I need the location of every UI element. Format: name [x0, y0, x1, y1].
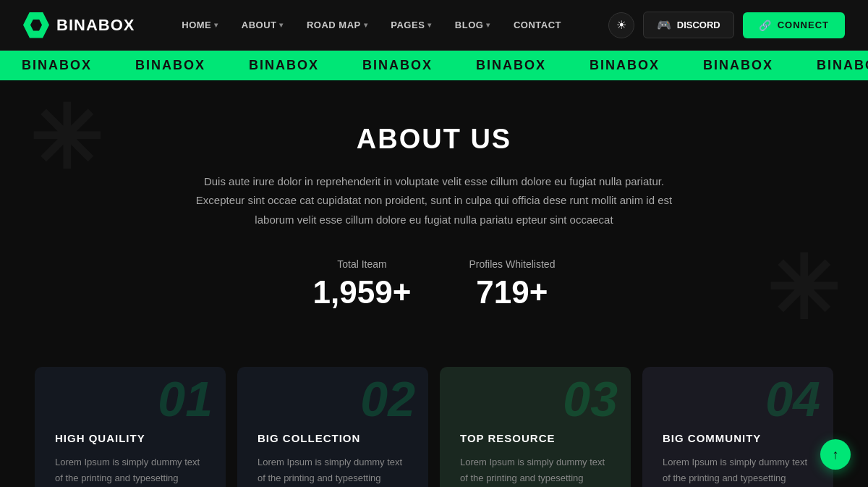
chevron-down-icon: ▾ [279, 21, 284, 29]
logo[interactable]: BINABOX [23, 12, 135, 38]
stat-total-value: 1,959+ [313, 274, 412, 310]
ticker-item: BINABOX [681, 58, 795, 73]
card-big-collection: 02 BIG COLLECTION Lorem Ipsum is simply … [237, 367, 428, 487]
chevron-down-icon: ▾ [486, 21, 490, 29]
card-title-2: BIG COLLECTION [258, 432, 408, 444]
stat-profiles-value: 719+ [469, 274, 555, 310]
ticker-item: BINABOX [795, 58, 868, 73]
stat-profiles-label: Profiles Whitelisted [469, 258, 555, 270]
stat-profiles-item: Profiles Whitelisted 719+ [469, 258, 555, 310]
ticker-item: BINABOX [568, 58, 681, 73]
connect-icon: 🔗 [759, 20, 772, 31]
ticker-item: BINABOX [0, 58, 114, 73]
about-title: ABOUT US [29, 124, 839, 155]
nav-links: HOME ▾ ABOUT ▾ ROAD MAP ▾ PAGES ▾ BLOG ▾… [171, 14, 571, 36]
chevron-down-icon: ▾ [427, 21, 432, 29]
scroll-to-top-button[interactable]: ↑ [820, 439, 851, 470]
discord-icon: 🎮 [657, 18, 671, 32]
ticker-item: BINABOX [114, 58, 227, 73]
card-text-3: Lorem Ipsum is simply dummy text of the … [460, 454, 610, 487]
card-big-community: 04 BIG COMMUNITY Lorem Ipsum is simply d… [642, 367, 833, 487]
cards-section: 01 HIGH QUAILITY Lorem Ipsum is simply d… [0, 347, 868, 487]
ticker-item: BINABOX [227, 58, 341, 73]
stat-total-label: Total Iteam [313, 258, 412, 270]
card-number-4: 04 [765, 374, 820, 423]
stats-container: Total Iteam 1,959+ Profiles Whitelisted … [29, 258, 839, 310]
card-top-resource: 03 TOP RESOURCE Lorem Ipsum is simply du… [440, 367, 631, 487]
theme-toggle-button[interactable]: ☀ [608, 12, 634, 38]
nav-right: ☀ 🎮 DISCORD 🔗 CONNECT [608, 12, 845, 38]
logo-text: BINABOX [56, 16, 135, 35]
sun-icon: ☀ [616, 18, 626, 32]
card-number-3: 03 [563, 374, 618, 423]
card-title-4: BIG COMMUNITY [663, 432, 813, 444]
nav-item-home[interactable]: HOME ▾ [171, 14, 229, 36]
ticker-bar: BINABOX BINABOX BINABOX BINABOX BINABOX … [0, 51, 868, 80]
navbar: BINABOX HOME ▾ ABOUT ▾ ROAD MAP ▾ PAGES … [0, 0, 868, 51]
card-text-4: Lorem Ipsum is simply dummy text of the … [663, 454, 813, 487]
card-number-1: 01 [158, 374, 213, 423]
ticker-item: BINABOX [341, 58, 454, 73]
nav-item-blog[interactable]: BLOG ▾ [445, 14, 501, 36]
card-title-1: HIGH QUAILITY [55, 432, 205, 444]
about-description: Duis aute irure dolor in reprehenderit i… [181, 172, 687, 229]
ticker-item: BINABOX [454, 58, 568, 73]
card-text-2: Lorem Ipsum is simply dummy text of the … [258, 454, 408, 487]
card-number-2: 02 [360, 374, 415, 423]
stat-total-item: Total Iteam 1,959+ [313, 258, 412, 310]
nav-item-about[interactable]: ABOUT ▾ [231, 14, 294, 36]
card-text-1: Lorem Ipsum is simply dummy text of the … [55, 454, 205, 487]
nav-item-pages[interactable]: PAGES ▾ [380, 14, 442, 36]
chevron-down-icon: ▾ [214, 21, 218, 29]
card-high-quality: 01 HIGH QUAILITY Lorem Ipsum is simply d… [35, 367, 226, 487]
connect-button[interactable]: 🔗 CONNECT [743, 12, 845, 38]
discord-button[interactable]: 🎮 DISCORD [643, 12, 734, 38]
nav-item-contact[interactable]: CONTACT [503, 14, 571, 36]
card-title-3: TOP RESOURCE [460, 432, 610, 444]
chevron-down-icon: ▾ [364, 21, 368, 29]
nav-item-roadmap[interactable]: ROAD MAP ▾ [297, 14, 378, 36]
about-section: ✳ ✳ ABOUT US Duis aute irure dolor in re… [0, 80, 868, 347]
logo-icon [23, 12, 49, 38]
ticker-inner: BINABOX BINABOX BINABOX BINABOX BINABOX … [0, 58, 868, 73]
arrow-up-icon: ↑ [833, 447, 839, 462]
